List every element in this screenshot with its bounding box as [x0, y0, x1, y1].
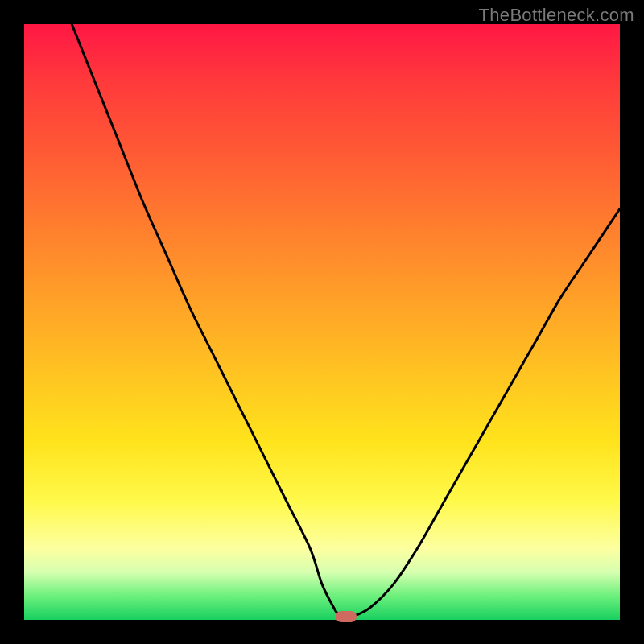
curve-left-branch	[72, 24, 340, 617]
optimum-marker	[336, 611, 357, 622]
bottleneck-curve	[24, 24, 620, 620]
curve-right-branch	[352, 208, 620, 617]
plot-area	[24, 24, 620, 620]
watermark-text: TheBottleneck.com	[479, 5, 634, 26]
chart-frame: TheBottleneck.com	[0, 0, 644, 644]
